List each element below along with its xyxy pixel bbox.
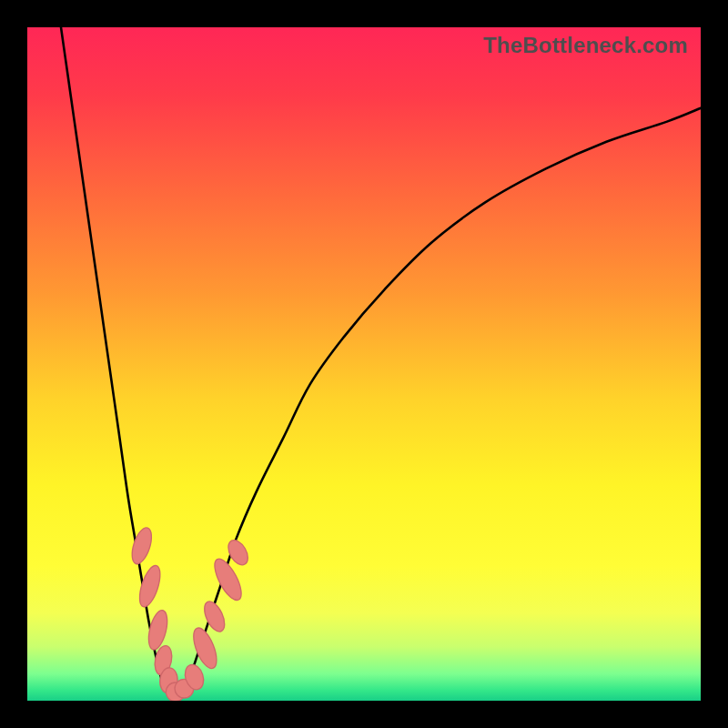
chart-frame: TheBottleneck.com [0, 0, 728, 728]
bottleneck-curve [61, 27, 701, 701]
marker [128, 525, 156, 566]
marker [146, 609, 171, 652]
curve-layer [27, 27, 701, 701]
marker [200, 599, 228, 635]
watermark-text: TheBottleneck.com [483, 33, 688, 58]
plot-area: TheBottleneck.com [27, 27, 701, 701]
